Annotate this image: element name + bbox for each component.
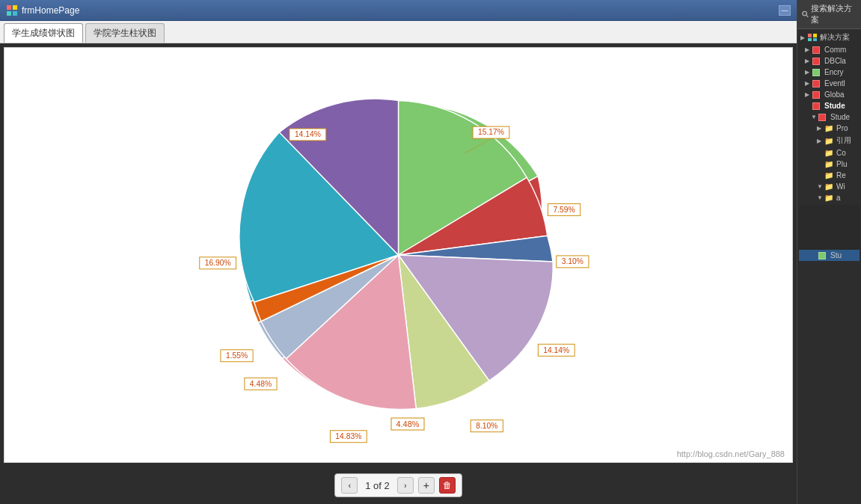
folder-icon-re: 📁 — [824, 172, 835, 179]
svg-text:8.10%: 8.10% — [476, 422, 497, 430]
tree-item-encry[interactable]: ▶ Encry — [799, 67, 860, 78]
title-bar: frmHomePage — — [0, 0, 797, 21]
color-icon-comm — [812, 46, 823, 54]
svg-text:14.14%: 14.14% — [295, 130, 321, 138]
sidebar: 搜索解决方案 ▶ 解决方案 ▶ Comm ▶ DBCla — [797, 0, 861, 504]
expand-arrow: ▼ — [817, 194, 824, 201]
add-page-btn[interactable]: + — [418, 477, 435, 494]
folder-icon-plu: 📁 — [824, 161, 835, 168]
color-icon-stude — [812, 102, 823, 110]
sidebar-header: 搜索解决方案 — [797, 0, 861, 29]
search-icon — [802, 10, 809, 18]
pie-chart-main: 15.17% 7.59% 3.10% 14.14% 8.10% 14.83% — [4, 48, 792, 462]
tree-label: Stude — [830, 113, 850, 121]
folder-icon-ref: 📁 — [824, 137, 835, 144]
expand-arrow: ▶ — [817, 138, 824, 144]
tree-item-solution[interactable]: ▶ 解决方案 — [799, 31, 860, 44]
svg-line-46 — [806, 15, 808, 16]
expand-arrow: ▶ — [817, 125, 824, 132]
pagination-controls: ‹ 1 of 2 › + 🗑 — [334, 473, 462, 497]
tree-label: Globa — [824, 90, 845, 99]
folder-icon-a: 📁 — [824, 194, 835, 202]
svg-rect-48 — [813, 34, 817, 37]
tree-label: 引用 — [836, 135, 851, 146]
page-indicator: 1 of 2 — [362, 480, 393, 491]
tree-item-re[interactable]: 📁 Re — [799, 170, 860, 181]
svg-text:14.83%: 14.83% — [335, 432, 361, 440]
color-icon-global — [812, 91, 823, 99]
window-icon — [6, 4, 18, 16]
expand-arrow: ▼ — [811, 114, 818, 120]
color-icon-dbc — [812, 58, 823, 65]
svg-text:3.10%: 3.10% — [562, 257, 583, 265]
tree-label: a — [836, 194, 841, 202]
tree-item-stude-bold[interactable]: Stude — [799, 100, 860, 111]
svg-rect-50 — [813, 38, 817, 41]
svg-text:7.59%: 7.59% — [553, 206, 574, 214]
folder-icon-pro: 📁 — [824, 125, 835, 132]
solution-icon — [808, 34, 818, 41]
tab-bar-chart[interactable]: 学院学生柱状图 — [85, 23, 165, 43]
tree-item-stu-last[interactable]: Stu — [799, 250, 860, 261]
pagination-bar: ‹ 1 of 2 › + 🗑 — [0, 467, 797, 504]
tree-item-wi[interactable]: ▼ 📁 Wi — [799, 181, 860, 192]
color-icon-stude2 — [818, 114, 829, 121]
tree-item-stude2[interactable]: ▼ Stude — [799, 111, 860, 123]
del-page-btn[interactable]: 🗑 — [439, 477, 456, 494]
color-icon-event — [812, 80, 823, 87]
tree-item-comm[interactable]: ▶ Comm — [799, 44, 860, 55]
svg-text:4.48%: 4.48% — [250, 380, 272, 388]
expand-arrow: ▶ — [805, 69, 812, 76]
svg-rect-3 — [13, 11, 17, 16]
window-title: frmHomePage — [22, 5, 779, 16]
mdi-area: frmHomePage — 学生成绩饼状图 学院学生柱状图 — [0, 0, 797, 504]
svg-rect-1 — [13, 5, 17, 10]
folder-icon-wi: 📁 — [824, 183, 835, 191]
tree-label: Stude — [824, 102, 845, 110]
svg-text:1.55%: 1.55% — [226, 351, 248, 360]
tree-item-plu[interactable]: 📁 Plu — [799, 159, 860, 170]
expand-arrow: ▶ — [805, 58, 812, 64]
prev-page-btn[interactable]: ‹ — [341, 477, 358, 494]
tree-label: 解决方案 — [820, 32, 850, 43]
sidebar-header-text: 搜索解决方案 — [811, 3, 857, 25]
tab-pie-chart[interactable]: 学生成绩饼状图 — [4, 23, 83, 43]
next-page-btn[interactable]: › — [397, 477, 414, 494]
expand-arrow: ▶ — [800, 34, 808, 41]
minimize-btn[interactable]: — — [779, 5, 791, 16]
tree-bottom-area — [799, 205, 860, 250]
tree-label: Comm — [824, 46, 846, 54]
svg-point-45 — [803, 11, 807, 16]
folder-icon-co: 📁 — [824, 150, 835, 157]
tree-label: Plu — [836, 160, 847, 168]
sidebar-tree: ▶ 解决方案 ▶ Comm ▶ DBCla ▶ Encry — [797, 29, 861, 504]
svg-rect-0 — [7, 5, 11, 10]
tree-item-event[interactable]: ▶ Eventl — [799, 78, 860, 89]
svg-text:16.90%: 16.90% — [205, 259, 231, 267]
tree-item-pro[interactable]: ▶ 📁 Pro — [799, 123, 860, 134]
tree-label: Re — [836, 171, 846, 179]
expand-arrow: ▶ — [805, 80, 812, 87]
svg-rect-2 — [7, 11, 11, 16]
tree-label: DBCla — [824, 57, 846, 65]
tree-item-a[interactable]: ▼ 📁 a — [799, 192, 860, 203]
tree-item-dbc[interactable]: ▶ DBCla — [799, 55, 860, 67]
tree-label: Wi — [836, 182, 845, 191]
watermark: http://blog.csdn.net/Gary_888 — [677, 449, 785, 458]
expand-arrow: ▼ — [817, 183, 824, 190]
svg-rect-47 — [808, 34, 812, 37]
svg-rect-49 — [808, 38, 812, 41]
expand-arrow: ▶ — [805, 46, 812, 53]
tree-label: Co — [836, 149, 846, 157]
title-controls: — — [779, 5, 791, 16]
tree-item-global[interactable]: ▶ Globa — [799, 89, 860, 100]
tree-label: Encry — [824, 68, 844, 76]
color-icon-encry — [812, 69, 823, 76]
chart-area: 15.17% 7.59% 3.10% 14.14% 8.10% 14.83% — [4, 47, 793, 463]
color-icon-stu-last — [818, 252, 829, 259]
svg-text:15.17%: 15.17% — [478, 128, 504, 136]
svg-text:14.14%: 14.14% — [543, 346, 569, 354]
tree-item-co[interactable]: 📁 Co — [799, 147, 860, 159]
expand-arrow: ▶ — [805, 91, 812, 98]
tree-item-ref[interactable]: ▶ 📁 引用 — [799, 134, 860, 147]
